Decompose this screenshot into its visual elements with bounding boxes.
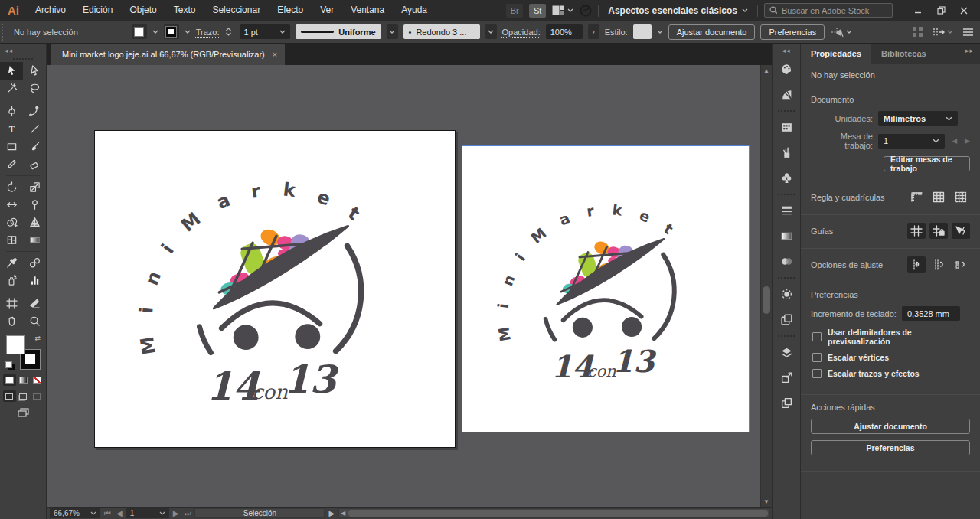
show-guides-button[interactable] [907,223,926,239]
eraser-tool-button[interactable] [23,155,46,173]
artboard-tool-button[interactable] [0,295,23,312]
status-menu-icon[interactable]: ▶ [328,509,335,517]
document-tab[interactable]: Mini market logo jeje.ai al 66,67% (RGB/… [51,44,285,65]
fill-proxy[interactable] [6,335,25,354]
opacity-label[interactable]: Opacidad: [502,28,541,37]
tools-panel-collapse[interactable]: ◂◂ [0,44,46,57]
brushes-panel-button[interactable] [773,140,800,165]
fill-color-dropdown[interactable] [132,24,147,39]
brush-dropdown[interactable]: •Redondo 3 ... [403,24,480,39]
rectangle-tool-button[interactable] [0,138,23,155]
menu-ver[interactable]: Ver [312,0,342,21]
stock-button[interactable]: St [529,4,546,18]
puppet-warp-tool-button[interactable] [23,196,46,214]
horizontal-scrollbar[interactable]: ◀ [338,508,770,518]
color-panel-button[interactable] [773,57,800,82]
column-graph-tool-button[interactable] [23,272,46,289]
blend-tool-button[interactable] [23,254,46,272]
pixel-grid-button[interactable] [952,189,970,205]
panel-expand-icon[interactable]: ▸▸ [965,44,980,64]
workspace-dropdown[interactable]: Aspectos esenciales clásicos [605,5,751,16]
scroll-up-icon[interactable]: ▲ [761,65,772,76]
shaper-tool-button[interactable] [0,155,23,173]
minimarket-logo-artwork-copy[interactable] [462,146,749,432]
stroke-profile-chevron[interactable] [387,24,398,39]
snap-to-point-button[interactable] [907,256,926,273]
tools-panel-grip[interactable] [13,58,33,60]
screen-mode-button[interactable] [17,406,30,418]
checkbox-unchecked[interactable] [812,369,822,378]
graphic-styles-panel-button[interactable] [773,307,800,332]
lock-guides-button[interactable] [929,223,948,239]
checkbox-unchecked[interactable] [812,332,822,341]
swap-fill-stroke-icon[interactable]: ⇄ [34,335,41,342]
stroke-weight-label[interactable]: Trazo: [196,28,220,37]
menu-archivo[interactable]: Archivo [27,0,74,21]
restore-button[interactable] [929,0,952,21]
artboard-1[interactable] [94,130,456,448]
snap-to-grid-button[interactable] [929,256,948,273]
brush-chevron[interactable] [485,24,497,39]
artboard-dropdown[interactable]: 1 [878,134,945,149]
appearance-panel-button[interactable] [773,282,800,307]
slice-tool-button[interactable] [23,295,46,312]
menu-efecto[interactable]: Efecto [269,0,312,21]
artboard-number-dropdown[interactable]: 1 [126,508,169,518]
vertical-scrollbar[interactable]: ▲ ▼ [760,65,772,507]
fit-document-button[interactable]: Ajustar documento [668,24,756,40]
artboards-panel-button[interactable] [773,390,800,416]
hand-tool-button[interactable] [0,312,23,330]
none-mode-button[interactable] [31,374,44,386]
menu-texto[interactable]: Texto [165,0,204,21]
style-chevron-icon[interactable] [657,30,663,34]
direct-selection-tool-button[interactable] [23,62,46,80]
vertical-scroll-thumb[interactable] [763,286,770,314]
gradient-tool-button[interactable] [23,231,46,249]
canvas-viewport[interactable]: ▲ ▼ [47,65,772,507]
mesh-tool-button[interactable] [0,231,23,249]
smart-guides-button[interactable] [952,223,970,239]
quick-action-fit-document-button[interactable]: Ajustar documento [811,419,970,434]
magic-wand-tool-button[interactable] [0,80,23,97]
line-segment-tool-button[interactable] [23,120,46,138]
draw-behind-button[interactable] [17,390,30,402]
scroll-left-icon[interactable]: ◀ [341,510,345,517]
fill-chevron-icon[interactable] [152,30,158,34]
asset-export-panel-button[interactable] [773,365,800,390]
units-dropdown[interactable]: Milímetros [878,111,958,126]
bridge-button[interactable]: Br [506,4,523,18]
zoom-level-dropdown[interactable]: 66,67% [50,508,100,518]
layers-panel-button[interactable] [773,340,800,365]
scale-tool-button[interactable] [23,178,46,196]
draw-normal-button[interactable] [3,390,16,402]
previous-artboard-icon[interactable]: ◀ [116,509,122,517]
control-bar-grip[interactable] [2,24,7,41]
dock-collapse[interactable]: ◂◂ [777,44,795,57]
edit-artboards-button[interactable]: Editar mesas de trabajo [884,156,970,171]
pen-tool-button[interactable] [0,103,23,120]
touch-workspace-icon[interactable] [912,26,923,38]
perspective-grid-tool-button[interactable] [23,214,46,231]
tab-propiedades[interactable]: Propiedades [801,44,871,64]
stroke-weight-stepper[interactable] [225,28,234,36]
control-panel-menu-icon[interactable] [962,28,974,37]
menu-seleccionar[interactable]: Seleccionar [204,0,269,21]
checkbox-unchecked[interactable] [812,353,822,362]
close-button[interactable] [952,0,975,21]
eyedropper-tool-button[interactable] [0,254,23,272]
previous-artboard-button[interactable]: ◀ [952,137,957,145]
opacity-field[interactable]: 100% [546,24,583,39]
minimize-button[interactable] [906,0,929,21]
swatches-panel-button[interactable] [773,115,800,140]
width-tool-button[interactable] [0,196,23,214]
stroke-color-dropdown[interactable] [164,24,179,39]
quick-action-preferences-button[interactable]: Preferencias [811,440,970,455]
paintbrush-tool-button[interactable] [23,138,46,155]
rotate-tool-button[interactable] [0,178,23,196]
shape-builder-tool-button[interactable] [0,214,23,231]
corner-ruler-button[interactable] [907,189,926,205]
sync-status-icon[interactable] [580,5,592,17]
scroll-down-icon[interactable]: ▼ [761,496,772,507]
transparency-panel-button[interactable] [773,249,800,274]
menu-edicion[interactable]: Edición [74,0,121,21]
